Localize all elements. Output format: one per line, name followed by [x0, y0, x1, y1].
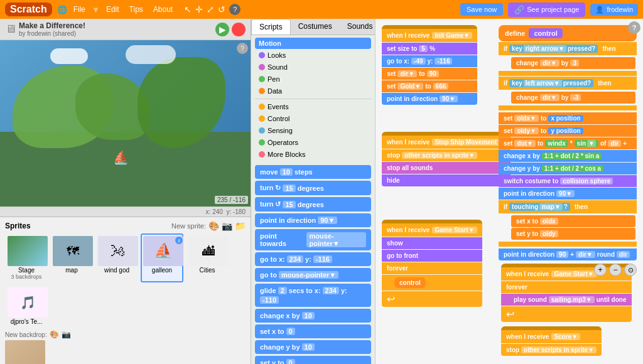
block-set-size[interactable]: set size to 5 % [382, 43, 477, 55]
event-game-start1[interactable]: when I receive Game Start▼ [382, 220, 482, 237]
sprites-title: Sprites [5, 222, 31, 230]
block-set-oldx[interactable]: set oldx▼ to x position [499, 112, 637, 124]
user-badge[interactable]: 👤 frodewin [590, 4, 638, 16]
file-menu[interactable]: File [70, 4, 89, 15]
block-turn-ccw[interactable]: turn ↺ 15 degrees [255, 197, 371, 211]
sprite-item-map[interactable]: 🗺 map [50, 233, 93, 282]
block-point-towards[interactable]: point towards mouse-pointer▼ [255, 229, 371, 250]
tips-menu[interactable]: Tips [126, 4, 147, 15]
cat-events[interactable]: Events [255, 101, 371, 112]
block-stop-scripts2[interactable]: stop other scripts in sprite▼ [501, 344, 602, 356]
block-point-dir3[interactable]: point in direction 90▼ [499, 188, 637, 200]
block-control-call[interactable]: control [382, 275, 482, 291]
photo-sprite-btn[interactable]: 📷 [222, 221, 232, 231]
sprite-item-stage[interactable]: Stage 3 backdrops [5, 233, 48, 282]
photo-backdrop-btn[interactable]: 📷 [62, 330, 71, 339]
block-set-gold[interactable]: set Gold▼ to 666 [382, 80, 477, 92]
zoom-out-btn[interactable]: − [609, 264, 622, 276]
block-change-y2[interactable]: change y by 1:1 + dot / 2 * cos a [499, 163, 637, 174]
script-stack-stop: when I receive Stop Ship Movement▼ stop … [382, 132, 511, 186]
cursor-icon[interactable]: ↖ [184, 4, 192, 14]
cat-sound[interactable]: Sound [255, 62, 371, 73]
help-icon[interactable]: ? [229, 4, 240, 15]
cat-control[interactable]: Control [255, 113, 371, 124]
block-set-y[interactable]: set y to 0 [255, 356, 371, 364]
tab-scripts[interactable]: Scripts [251, 19, 291, 35]
script-help-btn[interactable]: ? [628, 21, 640, 34]
tab-sounds[interactable]: Sounds [340, 19, 381, 35]
cat-data[interactable]: Data [255, 85, 371, 97]
block-stop-sounds[interactable]: stop all sounds [382, 162, 511, 174]
block-change-x2[interactable]: change x by 1:1 + dot / 2 * sin a [499, 150, 637, 162]
paint-sprite-btn[interactable]: 🎨 [208, 221, 219, 231]
block-point-dir-round[interactable]: point in direction 90 + dir▼ round dir [499, 249, 637, 260]
block-set-x-oldx[interactable]: set x to oldx [511, 215, 635, 227]
zoom-in-btn[interactable]: + [594, 264, 607, 276]
crosshair-icon[interactable]: ✛ [195, 4, 203, 14]
block-stop-scripts[interactable]: stop other scripts in sprite▼ [382, 149, 511, 161]
block-switch-costume[interactable]: switch costume to collision sphere [499, 175, 637, 187]
rotate-icon[interactable]: ↺ [218, 4, 225, 14]
block-define[interactable]: define control [499, 25, 637, 41]
see-project-button[interactable]: 🔗 See project page [508, 3, 585, 17]
block-forever1[interactable]: forever [382, 262, 482, 274]
change-dir-right[interactable]: change dir▼ by 3 [499, 56, 637, 70]
block-point-dir2[interactable]: point in direction 90▼ [382, 93, 477, 105]
script-stack-init: when I receive Init Game▼ set size to 5 … [382, 25, 477, 105]
block-forever2[interactable]: forever [501, 281, 632, 293]
block-point-direction[interactable]: point in direction 90▼ [255, 213, 371, 227]
sprite-item-windgod[interactable]: 🌬 wind god [95, 233, 138, 282]
main-area: 🖥 Make a Difference! by frodewin (shared… [0, 19, 643, 364]
tab-costumes[interactable]: Costumes [291, 19, 340, 35]
block-set-dir[interactable]: set dir▼ to 90 [382, 68, 477, 80]
block-go-to-front[interactable]: go to front [382, 250, 482, 262]
block-goto-xy[interactable]: go to x: 234 y: -116 [255, 252, 371, 266]
event-init-game[interactable]: when I receive Init Game▼ [382, 25, 477, 42]
event-score[interactable]: when I receive Score▼ [501, 326, 602, 343]
stage-help-btn[interactable]: ? [237, 43, 248, 54]
stop-btn[interactable] [232, 23, 246, 36]
block-goto[interactable]: go to mouse-pointer▼ [255, 268, 371, 282]
script-canvas[interactable]: when I receive Init Game▼ set size to 5 … [376, 19, 643, 364]
block-hide[interactable]: hide [382, 174, 511, 186]
event-stop-ship[interactable]: when I receive Stop Ship Movement▼ [382, 132, 511, 149]
block-set-y-oldy[interactable]: set y to oldy [511, 228, 635, 240]
zoom-controls: + − ⊙ [499, 264, 637, 276]
block-goto-xy2[interactable]: go to x: -49 y: -116 [382, 55, 477, 67]
script-tabs: Scripts Costumes Sounds [251, 19, 375, 35]
edit-menu[interactable]: Edit [102, 4, 123, 15]
block-list: move 10 steps turn ↻ 15 degrees turn ↺ 1… [251, 163, 375, 364]
cat-sensing[interactable]: Sensing [255, 125, 371, 136]
define-panel: define control if key right arrow▼ press… [499, 25, 637, 276]
script-stack-gamestart1: when I receive Game Start▼ show go to fr… [382, 220, 482, 307]
upload-sprite-btn[interactable]: 📁 [235, 221, 246, 231]
block-set-oldy[interactable]: set oldy▼ to y position [499, 125, 637, 137]
cat-more[interactable]: More Blocks [255, 149, 371, 160]
score-backdrop[interactable] [5, 340, 45, 364]
block-show[interactable]: show [382, 237, 482, 249]
sprite-item-cities[interactable]: 🏙 Cities [186, 233, 229, 282]
cat-operators[interactable]: Operators [255, 137, 371, 148]
paint-backdrop-btn[interactable]: 🎨 [50, 330, 59, 339]
block-change-x[interactable]: change x by 10 [255, 309, 371, 323]
block-glide[interactable]: glide 2 secs to x: 234 y: -110 [255, 284, 371, 307]
block-turn-cw[interactable]: turn ↻ 15 degrees [255, 181, 371, 195]
block-move[interactable]: move 10 steps [255, 165, 371, 179]
resize-icon[interactable]: ⤢ [207, 4, 214, 14]
cat-pen[interactable]: Pen [255, 73, 371, 85]
block-change-y[interactable]: change y by 10 [255, 340, 371, 354]
globe-icon[interactable]: 🌐 [57, 5, 67, 14]
block-set-dot[interactable]: set dot▼ to windx * sin▼ of dir + [499, 137, 637, 149]
cat-looks[interactable]: Looks [255, 50, 371, 61]
about-menu[interactable]: About [149, 4, 176, 15]
block-set-x[interactable]: set x to 0 [255, 324, 371, 338]
sprite-item-djpro[interactable]: 🎵 djpro's Te... [5, 285, 48, 328]
green-flag-btn[interactable]: ▶ [215, 23, 229, 36]
scratch-logo[interactable]: Scratch [5, 3, 52, 16]
save-now-button[interactable]: Save now [460, 3, 503, 16]
cat-motion[interactable]: Motion [255, 38, 371, 49]
zoom-reset-btn[interactable]: ⊙ [624, 264, 637, 276]
block-play-sound[interactable]: play sound sailing.mp3▼ until done [501, 294, 632, 306]
sprite-item-galleon[interactable]: ⛵ i galleon [141, 233, 183, 282]
change-dir-left[interactable]: change dir▼ by -3 [499, 90, 637, 105]
